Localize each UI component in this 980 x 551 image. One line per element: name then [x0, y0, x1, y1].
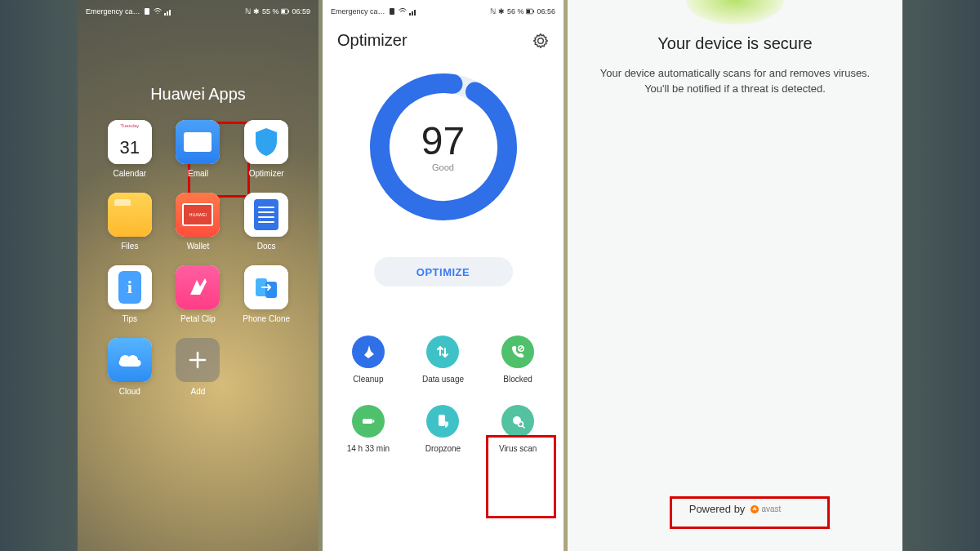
virus-scan-icon: [501, 405, 534, 438]
app-files[interactable]: Files: [96, 193, 164, 251]
wifi-icon: [154, 7, 162, 16]
score-ring[interactable]: 97 Good: [323, 69, 564, 224]
app-label: Optimizer: [249, 169, 284, 178]
svg-rect-0: [145, 8, 149, 15]
app-label: Cloud: [119, 387, 140, 396]
tool-dropzone[interactable]: Dropzone: [406, 405, 481, 453]
app-label: Add: [191, 387, 206, 396]
nfc-icon: ℕ: [490, 7, 496, 16]
phone-clone-icon: [244, 265, 288, 309]
svg-rect-12: [414, 10, 416, 16]
tutorial-tri-panel: Emergency ca… ℕ ✱ 55 % 06:59 Huawei Apps: [0, 0, 980, 551]
sim-icon: [388, 7, 396, 16]
email-icon: [176, 120, 220, 164]
carrier-label: Emergency ca…: [331, 7, 385, 16]
score-value: 97: [421, 122, 465, 161]
clock-label: 06:56: [537, 7, 555, 16]
page-title: Optimizer: [337, 31, 408, 50]
status-bar: Emergency ca… ℕ ✱ 56 % 06:56: [323, 0, 564, 20]
app-cloud[interactable]: Cloud: [96, 338, 164, 396]
svg-line-19: [519, 347, 523, 350]
cloud-icon: [108, 338, 152, 382]
tool-label: Cleanup: [353, 375, 383, 384]
data-arrows-icon: [426, 335, 459, 368]
tools-grid: Cleanup Data usage Blocked 14 h 33 min: [323, 335, 564, 453]
app-petal-clip[interactable]: Petal Clip: [164, 265, 233, 323]
svg-rect-3: [169, 10, 171, 16]
docs-icon: [244, 193, 288, 237]
optimize-button-label: OPTIMIZE: [416, 266, 470, 278]
settings-button[interactable]: [532, 33, 549, 49]
vendor-name: avast: [761, 504, 781, 513]
tool-data-usage[interactable]: Data usage: [406, 335, 481, 384]
bluetooth-icon: ✱: [253, 7, 260, 16]
petal-clip-icon: [176, 265, 220, 309]
app-calendar[interactable]: Tuesday31 Calendar: [96, 120, 164, 178]
svg-rect-22: [439, 415, 445, 426]
app-label: Email: [188, 169, 208, 178]
optimizer-shield-icon: [244, 120, 288, 164]
app-label: Wallet: [187, 242, 209, 251]
wifi-icon: [399, 7, 407, 16]
battery-icon: [526, 7, 534, 16]
svg-rect-6: [288, 11, 289, 13]
bluetooth-icon: ✱: [498, 7, 505, 16]
app-label: Phone Clone: [243, 314, 290, 323]
tool-label: Data usage: [422, 375, 464, 384]
files-icon: [108, 193, 152, 237]
app-docs[interactable]: Docs: [232, 193, 301, 251]
optimize-button[interactable]: OPTIMIZE: [374, 257, 513, 287]
signal-icon: [409, 7, 417, 16]
tool-cleanup[interactable]: Cleanup: [331, 335, 406, 384]
svg-rect-10: [409, 13, 411, 16]
app-label: Calendar: [114, 169, 147, 178]
screenshot-optimizer: Emergency ca… ℕ ✱ 56 % 06:56 Optimizer: [323, 0, 564, 551]
tool-label: 14 h 33 min: [347, 444, 390, 453]
svg-rect-20: [363, 419, 372, 424]
battery-icon: [352, 405, 385, 438]
svg-rect-9: [390, 8, 394, 15]
app-tips[interactable]: i Tips: [96, 265, 164, 323]
tool-label: Blocked: [503, 375, 532, 384]
nfc-icon: ℕ: [245, 7, 251, 16]
app-phone-clone[interactable]: Phone Clone: [232, 265, 301, 323]
app-label: Docs: [257, 242, 276, 251]
screenshot-home-folder: Emergency ca… ℕ ✱ 55 % 06:59 Huawei Apps: [78, 0, 318, 551]
app-add[interactable]: Add: [164, 338, 233, 396]
phone-shield-icon: [426, 405, 459, 438]
tool-blocked[interactable]: Blocked: [480, 335, 555, 384]
calendar-weekday: Tuesday: [108, 120, 152, 131]
tool-battery-time[interactable]: 14 h 33 min: [331, 405, 406, 453]
powered-by-label: Powered by: [689, 503, 746, 515]
app-email[interactable]: Email: [164, 120, 233, 178]
app-optimizer[interactable]: Optimizer: [232, 120, 301, 178]
app-label: Petal Clip: [180, 314, 216, 323]
powered-by-row: Powered by avast: [568, 503, 902, 515]
calendar-day: 31: [108, 131, 152, 164]
secure-badge-glow: [686, 0, 784, 24]
svg-rect-1: [164, 13, 166, 16]
svg-line-25: [523, 426, 525, 429]
app-label: Files: [121, 242, 138, 251]
screenshot-virus-result: Your device is secure Your device automa…: [568, 0, 902, 551]
svg-rect-11: [412, 11, 413, 16]
status-bar: Emergency ca… ℕ ✱ 55 % 06:59: [78, 0, 318, 20]
app-label: Tips: [122, 314, 138, 323]
sim-icon: [143, 7, 151, 16]
optimizer-header: Optimizer: [323, 20, 564, 55]
svg-rect-5: [282, 10, 285, 13]
svg-point-23: [513, 416, 521, 424]
app-wallet[interactable]: HUAWEI Wallet: [164, 193, 233, 251]
tool-virus-scan[interactable]: Virus scan: [480, 405, 555, 453]
svg-rect-2: [167, 11, 168, 16]
phone-block-icon: [501, 335, 534, 368]
clock-label: 06:59: [292, 7, 310, 16]
battery-icon: [281, 7, 289, 16]
avast-logo: avast: [750, 504, 781, 514]
svg-point-26: [751, 505, 759, 513]
tool-label: Virus scan: [499, 444, 537, 453]
secure-title: Your device is secure: [568, 34, 902, 53]
app-grid: Tuesday31 Calendar Email Optimizer: [78, 120, 318, 396]
tips-icon: i: [108, 265, 152, 309]
avast-icon: [750, 504, 760, 514]
